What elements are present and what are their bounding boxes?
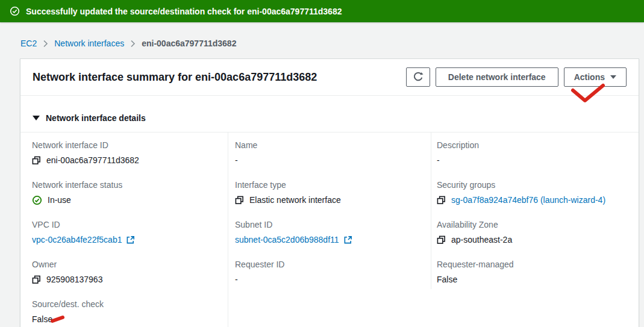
field-value: - [235,155,238,166]
field-value: False [437,274,457,285]
field-label: Description [437,140,639,151]
field-label: Network interface status [32,180,228,190]
refresh-icon [413,72,424,83]
column-divider [228,132,228,327]
breadcrumb-link-ec2[interactable]: EC2 [20,39,37,48]
field-subnet-id: Subnet ID subnet-0ca5c2d06b988df11 [235,212,431,252]
status-ok-icon [32,195,42,205]
field-value: eni-00ac6a797711d3682 [46,155,139,166]
field-label: Source/dest. check [32,299,228,310]
field-label: Network interface ID [32,140,228,151]
subnet-id-link[interactable]: subnet-0ca5c2d06b988df11 [235,234,352,246]
triangle-down-icon [33,116,40,120]
field-label: Requester ID [235,260,431,270]
field-network-interface-id: Network interface ID eni-00ac6a797711d36… [32,132,228,172]
status-badge: In-use [48,195,71,206]
field-requester-managed: Requester-managed False [437,252,639,291]
field-network-interface-status: Network interface status In-use [32,172,228,212]
actions-button-label: Actions [574,72,605,82]
field-value: False [32,314,52,325]
chevron-right-icon [130,40,136,48]
breadcrumb-link-network-interfaces[interactable]: Network interfaces [54,39,124,48]
field-label: Requester-managed [437,260,639,270]
breadcrumb: EC2 Network interfaces eni-00ac6a797711d… [20,39,236,48]
copy-icon[interactable] [437,196,446,205]
network-interface-details-toggle[interactable]: Network interface details [33,113,627,123]
field-requester-id: Requester ID - [235,252,431,291]
field-label: Owner [32,260,228,270]
chevron-down-icon [610,75,616,79]
external-link-icon [126,235,135,244]
success-check-circle-icon [10,6,20,16]
refresh-button[interactable] [406,67,430,87]
field-value: - [437,155,440,166]
field-description: Description - [437,132,639,172]
field-availability-zone: Availability Zone ap-southeast-2a [437,212,639,252]
header-actions: Delete network interface Actions [406,67,627,87]
delete-network-interface-button[interactable]: Delete network interface [436,67,558,87]
column-divider [431,132,431,289]
details-column-1: Network interface ID eni-00ac6a797711d36… [20,132,228,327]
link-text: subnet-0ca5c2d06b988df11 [235,234,339,246]
field-security-groups: Security groups sg-0a7f8a924a74ebf76 (la… [437,172,639,212]
field-value: Elastic network interface [249,195,341,206]
field-name: Name - [235,132,431,172]
details-grid: Network interface ID eni-00ac6a797711d36… [20,132,639,327]
details-column-3: Description - Security groups sg-0a7f8a9… [431,132,639,327]
card-header: Network interface summary for eni-00ac6a… [20,59,639,96]
section-title: Network interface details [46,113,146,123]
field-source-dest-check: Source/dest. check False [32,291,228,327]
field-label: Name [235,140,431,151]
actions-button[interactable]: Actions [564,67,627,87]
field-value: ap-southeast-2a [451,234,512,246]
link-text: vpc-0c26ab4fe22f5cab1 [32,234,122,246]
page-title: Network interface summary for eni-00ac6a… [33,71,406,84]
success-flashbar: Successfully updated the source/destinat… [0,0,644,22]
field-value: 925908137963 [46,274,102,285]
network-interface-summary-card: Network interface summary for eni-00ac6a… [20,58,639,327]
field-vpc-id: VPC ID vpc-0c26ab4fe22f5cab1 [32,212,228,252]
copy-icon[interactable] [437,235,446,244]
field-label: Interface type [235,180,431,190]
copy-icon[interactable] [32,156,41,165]
field-interface-type: Interface type Elastic network interface [235,172,431,212]
vpc-id-link[interactable]: vpc-0c26ab4fe22f5cab1 [32,234,135,246]
field-value: - [235,274,238,285]
field-owner: Owner 925908137963 [32,252,228,291]
chevron-right-icon [43,40,48,48]
field-label: VPC ID [32,220,228,230]
external-link-icon [343,235,352,244]
flashbar-message: Successfully updated the source/destinat… [26,7,342,16]
copy-icon[interactable] [235,196,244,205]
copy-icon[interactable] [32,275,41,284]
breadcrumb-current: eni-00ac6a797711d3682 [142,39,236,48]
field-label: Availability Zone [437,220,639,230]
field-label: Subnet ID [235,220,431,230]
security-group-link[interactable]: sg-0a7f8a924a74ebf76 (launch-wizard-4) [451,195,605,206]
details-column-2: Name - Interface type Elastic network in… [228,132,431,327]
field-label: Security groups [437,180,639,190]
